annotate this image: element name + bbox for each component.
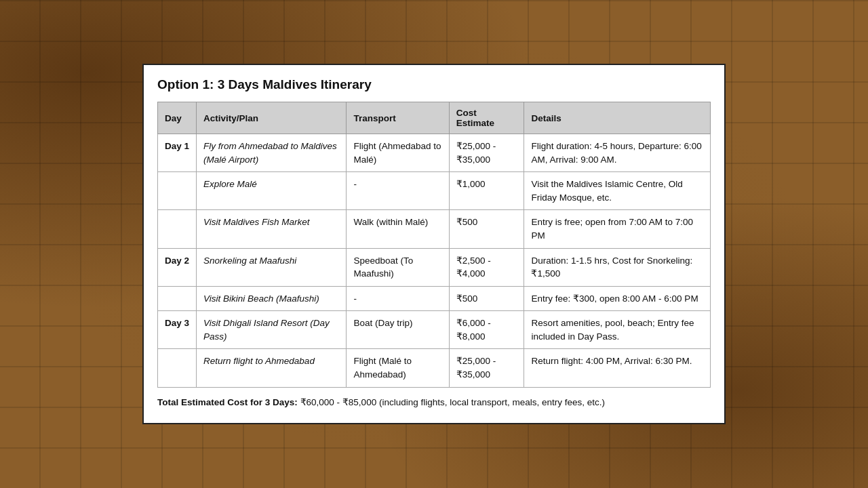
- table-row: Explore Malé-₹1,000Visit the Maldives Is…: [158, 172, 711, 210]
- cell-day: Day 2: [158, 248, 197, 286]
- col-transport: Transport: [347, 102, 449, 134]
- cell-cost: ₹25,000 - ₹35,000: [449, 134, 524, 172]
- table-row: Visit Bikini Beach (Maafushi)-₹500Entry …: [158, 286, 711, 311]
- cell-transport: -: [347, 172, 449, 210]
- cell-cost: ₹2,500 - ₹4,000: [449, 248, 524, 286]
- table-header-row: Day Activity/Plan Transport CostEstimate…: [158, 102, 711, 134]
- cell-cost: ₹500: [449, 210, 524, 248]
- total-label: Total Estimated Cost for 3 Days:: [157, 397, 298, 407]
- cell-transport: Speedboat (To Maafushi): [347, 248, 449, 286]
- cell-activity: Return flight to Ahmedabad: [197, 349, 347, 387]
- cell-transport: Flight (Ahmedabad to Malé): [347, 134, 449, 172]
- cell-day: [158, 210, 197, 248]
- cell-activity: Visit Bikini Beach (Maafushi): [197, 286, 347, 311]
- cell-cost: ₹500: [449, 286, 524, 311]
- cell-cost: ₹1,000: [449, 172, 524, 210]
- table-row: Day 2Snorkeling at MaafushiSpeedboat (To…: [158, 248, 711, 286]
- itinerary-card: Option 1: 3 Days Maldives Itinerary Day …: [142, 64, 726, 424]
- itinerary-table: Day Activity/Plan Transport CostEstimate…: [157, 102, 711, 387]
- cell-activity: Visit Dhigali Island Resort (Day Pass): [197, 311, 347, 349]
- cell-day: [158, 172, 197, 210]
- col-activity: Activity/Plan: [197, 102, 347, 134]
- cell-details: Duration: 1-1.5 hrs, Cost for Snorkeling…: [524, 248, 711, 286]
- col-cost: CostEstimate: [449, 102, 524, 134]
- cell-details: Return flight: 4:00 PM, Arrival: 6:30 PM…: [524, 349, 711, 387]
- card-title: Option 1: 3 Days Maldives Itinerary: [157, 77, 711, 92]
- cell-details: Visit the Maldives Islamic Centre, Old F…: [524, 172, 711, 210]
- table-row: Return flight to AhmedabadFlight (Malé t…: [158, 349, 711, 387]
- cell-cost: ₹25,000 - ₹35,000: [449, 349, 524, 387]
- table-row: Visit Maldives Fish MarketWalk (within M…: [158, 210, 711, 248]
- cell-transport: Boat (Day trip): [347, 311, 449, 349]
- cell-activity: Visit Maldives Fish Market: [197, 210, 347, 248]
- table-row: Day 1Fly from Ahmedabad to Maldives (Mal…: [158, 134, 711, 172]
- total-cost-row: Total Estimated Cost for 3 Days: ₹60,000…: [157, 396, 711, 409]
- table-row: Day 3Visit Dhigali Island Resort (Day Pa…: [158, 311, 711, 349]
- total-value: ₹60,000 - ₹85,000 (including flights, lo…: [300, 397, 605, 407]
- col-details: Details: [524, 102, 711, 134]
- cell-details: Entry is free; open from 7:00 AM to 7:00…: [524, 210, 711, 248]
- cell-day: [158, 286, 197, 311]
- cell-details: Flight duration: 4-5 hours, Departure: 6…: [524, 134, 711, 172]
- cell-transport: -: [347, 286, 449, 311]
- cell-day: [158, 349, 197, 387]
- cell-activity: Fly from Ahmedabad to Maldives (Malé Air…: [197, 134, 347, 172]
- cell-transport: Flight (Malé to Ahmedabad): [347, 349, 449, 387]
- cell-activity: Snorkeling at Maafushi: [197, 248, 347, 286]
- cell-day: Day 3: [158, 311, 197, 349]
- cell-details: Entry fee: ₹300, open 8:00 AM - 6:00 PM: [524, 286, 711, 311]
- cell-cost: ₹6,000 - ₹8,000: [449, 311, 524, 349]
- cell-details: Resort amenities, pool, beach; Entry fee…: [524, 311, 711, 349]
- cell-transport: Walk (within Malé): [347, 210, 449, 248]
- cell-activity: Explore Malé: [197, 172, 347, 210]
- cell-day: Day 1: [158, 134, 197, 172]
- col-day: Day: [158, 102, 197, 134]
